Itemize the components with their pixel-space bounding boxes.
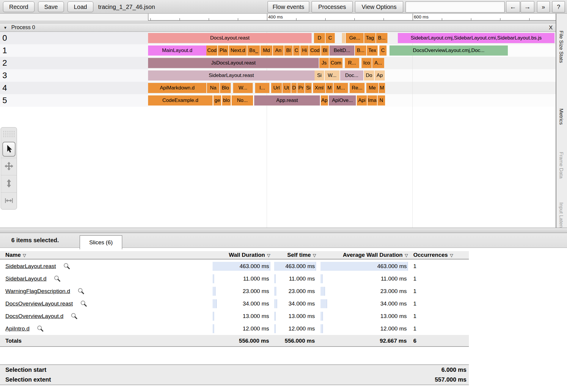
magnifier-icon[interactable] [80,299,87,311]
trace-slice[interactable]: Ge... [346,33,364,43]
trace-slice[interactable]: ge [213,95,221,106]
trace-slice[interactable]: C [326,33,335,43]
trace-slice[interactable]: Cod [206,45,217,56]
magnifier-icon[interactable] [54,274,61,286]
trace-slice[interactable]: Url [271,83,282,93]
trace-slice[interactable]: Ap [321,95,328,106]
trace-slice[interactable]: N [378,95,385,106]
pan-tool-button[interactable] [1,158,17,175]
trace-slice[interactable]: D [314,33,325,43]
trace-slice[interactable]: Tag [364,33,376,43]
trace-slice[interactable]: Pr [297,83,304,93]
trace-slice[interactable]: Pla [218,45,228,56]
find-previous-button[interactable]: ← [506,1,520,12]
load-button[interactable]: Load [67,1,93,12]
trace-slice[interactable]: Xml [313,83,325,93]
palette-drag-handle[interactable] [1,127,17,141]
slice-name-link[interactable]: DocsOverviewLayout.d [5,313,63,319]
column-header-average-wall-duration[interactable]: Average Wall Duration▽ [321,251,408,259]
slice-name-link[interactable]: ApiIntro.d [5,325,29,332]
trace-slice[interactable]: ApiMarkdown.d [148,83,206,93]
trace-slice[interactable]: App.reast [254,95,320,106]
save-button[interactable]: Save [38,1,64,12]
trace-slice[interactable]: C [293,45,300,56]
trace-slice[interactable]: R... [345,58,359,68]
trace-slice[interactable]: W... [233,83,253,93]
slice-name-link[interactable]: WarningFlagDescription.d [5,288,70,294]
trace-slice[interactable]: Do [364,70,374,81]
magnifier-icon[interactable] [70,311,78,324]
tab-slices[interactable]: Slices (6) [80,235,122,249]
flow-events-button[interactable]: Flow events [268,1,309,12]
trace-slice[interactable]: Api [357,95,367,106]
trace-slice[interactable]: Next.d [229,45,247,56]
magnifier-icon[interactable] [77,286,84,299]
trace-slice[interactable]: B... [355,45,366,56]
trace-slice[interactable]: A... [372,58,384,68]
trace-slice[interactable]: D [291,83,297,93]
trace-slice[interactable]: M [379,83,385,93]
trace-slice[interactable]: Blo [220,83,231,93]
trace-slice[interactable]: Bl [284,45,293,56]
trace-slice[interactable]: Me [366,83,378,93]
processes-button[interactable]: Processes [312,1,353,12]
trace-slice[interactable]: M... [334,83,348,93]
trace-slice[interactable]: DocsLayout.reast [148,33,312,43]
slice-name-link[interactable]: SidebarLayout.d [5,275,46,282]
trace-slice[interactable]: Tex [367,45,378,56]
trace-slice[interactable]: Com [329,58,343,68]
trace-slice[interactable]: Md [260,45,272,56]
trace-slice[interactable]: DocsOverviewLayout.cmj,Doc... [389,45,508,56]
trace-slice[interactable]: Hi [300,45,309,56]
trace-slice[interactable]: Ico [362,58,372,68]
trace-slice[interactable]: Js [319,58,329,68]
record-button[interactable]: Record [3,1,34,12]
trace-slice[interactable]: ApiOve... [329,95,356,106]
trace-slice[interactable]: blo [222,95,231,106]
trace-slice[interactable]: M [326,83,333,93]
trace-slice[interactable]: Si [315,70,324,81]
slice-name-link[interactable]: SidebarLayout.reast [5,263,56,269]
trace-slice[interactable]: Cod [309,45,321,56]
trace-slice[interactable]: SidebarLayout.reast [148,70,315,81]
timing-selection-tool-button[interactable] [1,192,17,210]
more-options-button[interactable]: » [537,1,550,12]
trace-slice[interactable]: Na [207,83,219,93]
magnifier-icon[interactable] [63,262,70,274]
selection-tool-button[interactable] [1,141,17,158]
search-input[interactable] [406,1,505,12]
column-header-name[interactable]: Name▽ [5,251,26,259]
trace-slice[interactable]: I... [255,83,269,93]
trace-slice[interactable]: Si [305,83,312,93]
help-button[interactable]: ? [552,1,565,12]
column-header-occurrences[interactable]: Occurrences▽ [413,251,464,259]
collapse-arrow-icon[interactable]: ▾ [4,23,7,32]
trace-slice[interactable]: JsDocsLayout.reast [148,58,319,68]
side-tab-file-size-stats[interactable]: File Size Stats [558,31,564,63]
trace-slice[interactable]: An [273,45,284,56]
trace-slice[interactable]: Ut [282,83,291,93]
trace-slice[interactable]: Doc... [340,70,363,81]
trace-slice[interactable]: W... [325,70,340,81]
slice-name-link[interactable]: DocsOverviewLayout.reast [5,300,73,307]
trace-slice[interactable]: Bs_ [247,45,260,56]
trace-slice[interactable]: Ap [375,70,385,81]
view-options-button[interactable]: View Options [355,1,403,12]
trace-slice[interactable]: No... [232,95,253,106]
trace-slice[interactable]: Re... [350,83,365,93]
panel-splitter[interactable] [0,228,567,233]
vertical-zoom-tool-button[interactable] [1,175,17,192]
column-header-self-time[interactable]: Self time▽ [274,251,316,259]
magnifier-icon[interactable] [37,324,44,336]
column-header-wall-duration[interactable]: Wall Duration▽ [213,251,270,259]
trace-slice[interactable]: Bl [321,45,329,56]
find-next-button[interactable]: → [521,1,534,12]
close-process-icon[interactable]: X [549,23,553,32]
trace-slice[interactable]: SidebarLayout.cmj,SidebarLayout.cmi,Side… [398,33,555,43]
trace-slice[interactable]: C [379,45,387,56]
trace-slice[interactable]: Ima [367,95,377,106]
trace-slice[interactable]: CodeExample.d [148,95,213,106]
trace-slice[interactable] [342,33,345,43]
trace-slice[interactable]: B... [376,33,387,43]
trace-slice[interactable]: MainLayout.d [148,45,206,56]
